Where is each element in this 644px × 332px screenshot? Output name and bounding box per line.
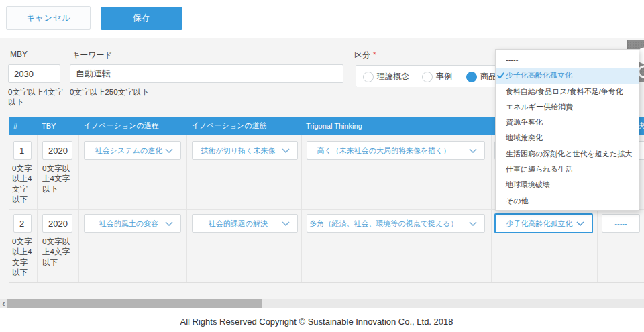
- dropdown-option[interactable]: 資源争奪化: [496, 115, 639, 130]
- horizontal-scrollbar-thumb[interactable]: [7, 299, 262, 308]
- row1-path-select[interactable]: 技術が切り拓く未来像: [192, 141, 298, 160]
- row1-trigonal-select[interactable]: 高く（未来社会の大局的将来像を描く）: [307, 141, 485, 160]
- chevron-down-icon: [469, 221, 477, 226]
- column-divider: [491, 135, 492, 282]
- select-value: -----: [614, 219, 627, 227]
- column-divider: [301, 135, 302, 282]
- row1-tby-input[interactable]: 2020: [42, 141, 72, 160]
- mby-helper-text: 0文字以上4文字 以下: [8, 87, 72, 108]
- dropdown-option[interactable]: 地球環境破壊: [496, 177, 639, 192]
- keyword-helper-text: 0文字以上250文字以下: [70, 87, 271, 97]
- select-value: 多角（経済、社会、環境等の視点で捉える）: [309, 219, 458, 229]
- dropdown-option[interactable]: その他: [496, 193, 639, 209]
- radio-checked-icon[interactable]: [466, 72, 477, 82]
- column-header-tby: TBY: [42, 117, 56, 135]
- row2-number-input[interactable]: 2: [13, 214, 32, 233]
- chevron-down-icon: [165, 221, 173, 226]
- check-icon: [497, 72, 504, 79]
- row2-number-helper-text: 0文字 以上4 文字 以下: [12, 237, 36, 278]
- required-asterisk: *: [373, 50, 376, 60]
- radio-jirei[interactable]: 事例: [422, 66, 452, 88]
- row2-trigonal-select[interactable]: 多角（経済、社会、環境等の視点で捉える）: [307, 214, 485, 233]
- kubun-label-text: 区分: [354, 50, 370, 60]
- footer: All Rights Reserved Copyright © Sustaina…: [0, 308, 644, 332]
- column-header-trigonal: Trigonal Thinking: [306, 117, 362, 135]
- radio-label: 事例: [436, 71, 452, 82]
- row2-direction-select[interactable]: -----: [602, 214, 640, 233]
- radio-unchecked-icon[interactable]: [363, 72, 374, 82]
- row1-process-select[interactable]: 社会システムの進化: [84, 141, 181, 160]
- chevron-down-icon: [282, 221, 290, 226]
- chevron-down-icon: [469, 148, 477, 153]
- cancel-button[interactable]: キャンセル: [6, 6, 91, 30]
- dropdown-option-none[interactable]: -----: [496, 52, 639, 68]
- row2-process-select[interactable]: 社会的風土の変容: [84, 214, 181, 233]
- dropdown-option[interactable]: 地域荒廃化: [496, 130, 639, 146]
- save-button[interactable]: 保存: [101, 7, 182, 30]
- table-border-bottom: [9, 282, 644, 283]
- kubun-label: 区分*: [354, 50, 376, 61]
- mby-input[interactable]: 2030: [8, 64, 60, 83]
- row2-path-select[interactable]: 社会的課題の解決: [192, 214, 298, 233]
- select-value: 社会システムの進化: [95, 146, 162, 156]
- dropdown-option[interactable]: 生活困窮の深刻化と世代を超えた拡大: [496, 146, 639, 162]
- top-toolbar: キャンセル 保存: [0, 0, 644, 38]
- keyword-label: キーワード: [72, 50, 113, 61]
- row2-tby-helper-text: 0文字以 上4文字 以下: [42, 237, 76, 268]
- column-divider: [186, 135, 187, 282]
- dropdown-option[interactable]: エネルギー供給消費: [496, 99, 639, 115]
- column-header-path: イノベーションの道筋: [192, 117, 267, 135]
- column-divider: [78, 135, 79, 282]
- chevron-down-icon: [165, 148, 173, 153]
- column-header-process: イノベーションの過程: [84, 117, 159, 135]
- row1-number-input[interactable]: 1: [13, 141, 32, 160]
- issue-dropdown-menu: ----- 少子化高齢化孤立化 食料自給/食品ロス/食料不足/争奪化 エネルギー…: [495, 49, 639, 211]
- row1-tby-helper-text: 0文字以 上4文字 以下: [42, 164, 76, 195]
- dropdown-option[interactable]: 仕事に縛られる生活: [496, 162, 639, 177]
- table-border-left: [9, 135, 9, 282]
- dropdown-option-selected[interactable]: 少子化高齢化孤立化: [496, 68, 639, 83]
- chevron-down-icon: [282, 148, 290, 153]
- radio-label: 理論概念: [377, 71, 409, 82]
- radio-unchecked-icon[interactable]: [422, 72, 433, 82]
- column-header-number: #: [13, 117, 17, 135]
- dropdown-option[interactable]: 食料自給/食品ロス/食料不足/争奪化: [496, 84, 639, 99]
- footer-copyright-text: All Rights Reserved Copyright © Sustaina…: [0, 317, 633, 327]
- select-value: 技術が切り拓く未来像: [201, 146, 276, 156]
- row2-issue-select[interactable]: 少子化高齢化孤立化: [494, 213, 593, 233]
- keyword-input[interactable]: 自動運転: [70, 64, 343, 83]
- radio-rironkainen[interactable]: 理論概念: [363, 66, 409, 88]
- dropdown-option-label: 少子化高齢化孤立化: [506, 71, 572, 79]
- page: キャンセル 保存 MBY キーワード 区分* 2030 自動運転 理論概念 事例…: [0, 0, 644, 332]
- mby-label: MBY: [10, 50, 28, 59]
- row1-number-helper-text: 0文字 以上4 文字 以下: [12, 164, 36, 205]
- scroll-left-arrow-icon[interactable]: ‹: [0, 299, 7, 308]
- select-value: 少子化高齢化孤立化: [506, 219, 573, 229]
- row2-tby-input[interactable]: 2020: [42, 214, 72, 233]
- chevron-down-icon: [576, 221, 584, 226]
- select-value: 社会的課題の解決: [209, 219, 268, 229]
- column-divider: [37, 135, 38, 282]
- select-value: 社会的風土の変容: [99, 219, 158, 229]
- select-value: 高く（未来社会の大局的将来像を描く）: [317, 146, 450, 156]
